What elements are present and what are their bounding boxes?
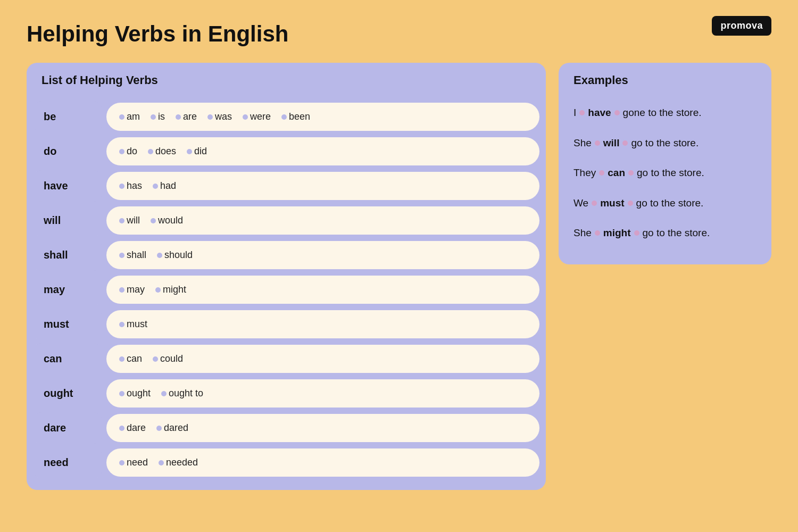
verb-row: beamisarewaswerebeen: [33, 101, 539, 132]
bullet-dot: [157, 253, 162, 258]
example-after: go to the store.: [637, 165, 704, 181]
form-text: were: [250, 111, 271, 122]
form-item: was: [207, 111, 238, 122]
form-text: ought to: [169, 388, 203, 399]
logo: promova: [712, 16, 771, 36]
verb-forms: oughtought to: [106, 379, 539, 408]
form-item: ought to: [161, 388, 203, 399]
form-item: do: [119, 146, 144, 157]
form-item: ought: [119, 388, 157, 399]
form-item: are: [176, 111, 203, 122]
verb-row: cancancould: [33, 343, 539, 375]
form-text: had: [160, 180, 176, 192]
bullet-dot: [119, 184, 124, 189]
verb-forms: maymight: [106, 276, 539, 304]
bullet-dot: [207, 114, 213, 120]
verb-forms: willwould: [106, 206, 539, 235]
accent-dot-right: [622, 140, 628, 146]
bullet-dot: [159, 460, 164, 466]
accent-dot-left: [592, 201, 597, 206]
verb-label: will: [33, 205, 102, 236]
form-text: was: [215, 111, 232, 122]
verb-label: may: [33, 274, 102, 305]
form-text: dared: [164, 422, 188, 434]
accent-dot-left: [595, 230, 600, 236]
form-text: can: [127, 353, 142, 364]
right-panel-header: Examples: [559, 63, 771, 98]
verb-row: willwillwould: [33, 205, 539, 236]
example-verb: can: [608, 165, 625, 181]
example-after: gone to the store.: [623, 105, 702, 121]
form-text: dare: [127, 422, 146, 434]
verb-forms: dodoesdid: [106, 137, 539, 165]
form-text: need: [127, 457, 148, 468]
form-text: has: [127, 180, 142, 192]
bullet-dot: [119, 391, 124, 396]
form-text: is: [158, 111, 165, 122]
left-panel-header: List of Helping Verbs: [27, 63, 546, 98]
bullet-dot: [148, 149, 153, 154]
example-sentence: Shemightgo to the store.: [559, 218, 771, 248]
form-item: can: [119, 353, 148, 364]
example-verb: will: [603, 136, 620, 151]
bullet-dot: [187, 149, 192, 154]
example-after: go to the store.: [631, 136, 699, 151]
form-text: did: [194, 146, 207, 157]
form-item: must: [119, 319, 147, 330]
bullet-dot: [153, 184, 158, 189]
example-before: She: [573, 136, 592, 151]
verb-forms: needneeded: [106, 448, 539, 477]
form-item: were: [243, 111, 277, 122]
bullet-dot: [176, 114, 181, 120]
form-item: dare: [119, 422, 152, 434]
form-text: would: [158, 215, 183, 226]
verb-row: dododoesdid: [33, 136, 539, 167]
example-verb: have: [588, 105, 611, 121]
example-before: They: [573, 165, 596, 181]
verb-row: mustmust: [33, 309, 539, 340]
verb-row: havehashad: [33, 170, 539, 202]
accent-dot-right: [628, 201, 633, 206]
bullet-dot: [243, 114, 248, 120]
form-item: had: [153, 180, 176, 192]
bullet-dot: [119, 149, 124, 154]
form-item: might: [155, 284, 186, 295]
form-text: been: [289, 111, 310, 122]
examples-container: Ihavegone to the store.Shewillgo to the …: [559, 98, 771, 248]
example-before: She: [573, 226, 592, 241]
bullet-dot: [151, 218, 156, 223]
bullet-dot: [119, 253, 124, 258]
form-item: would: [151, 215, 183, 226]
verb-label: dare: [33, 412, 102, 444]
example-after: go to the store.: [636, 196, 704, 211]
form-text: will: [127, 215, 140, 226]
form-item: need: [119, 457, 154, 468]
example-before: I: [573, 105, 576, 121]
bullet-dot: [155, 287, 161, 293]
verb-label: need: [33, 447, 102, 478]
bullet-dot: [119, 356, 124, 362]
example-sentence: Shewillgo to the store.: [559, 128, 771, 159]
form-text: ought: [127, 388, 151, 399]
form-item: needed: [159, 457, 198, 468]
example-sentence: Ihavegone to the store.: [559, 98, 771, 128]
form-text: needed: [166, 457, 198, 468]
bullet-dot: [281, 114, 287, 120]
verb-label: be: [33, 101, 102, 132]
verb-row: maymaymight: [33, 274, 539, 305]
form-text: are: [183, 111, 197, 122]
verb-label: have: [33, 170, 102, 202]
verb-row: needneedneeded: [33, 447, 539, 478]
form-text: might: [163, 284, 186, 295]
form-text: do: [127, 146, 137, 157]
form-text: should: [164, 250, 193, 261]
verb-row: daredaredared: [33, 412, 539, 444]
page-title: Helping Verbs in English: [27, 21, 771, 47]
verb-row: oughtoughtought to: [33, 378, 539, 409]
example-verb: might: [603, 226, 631, 241]
bullet-dot: [156, 426, 162, 431]
verb-row: shallshallshould: [33, 239, 539, 271]
bullet-dot: [119, 218, 124, 223]
bullet-dot: [119, 287, 124, 293]
verb-label: must: [33, 309, 102, 340]
